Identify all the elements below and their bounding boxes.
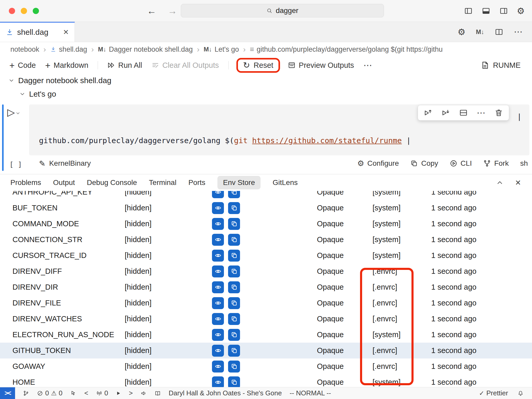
copy-secret-button[interactable]: [228, 361, 240, 373]
minimize-window-button[interactable]: [21, 8, 27, 14]
remote-indicator[interactable]: ><: [0, 387, 15, 399]
close-window-button[interactable]: [9, 8, 15, 14]
copy-secret-button[interactable]: [228, 376, 240, 387]
env-table-row[interactable]: DIRENV_DIR [hidden] Opaque [.envrc] 1 se…: [0, 279, 532, 295]
copy-secret-button[interactable]: [228, 202, 240, 214]
reset-button[interactable]: ↻ Reset: [243, 61, 274, 70]
chevron-down-icon[interactable]: [15, 111, 21, 116]
clear-all-outputs-button[interactable]: Clear All Outputs: [151, 61, 219, 70]
reveal-secret-button[interactable]: [212, 202, 224, 214]
source-control-button[interactable]: [23, 390, 29, 396]
maximize-panel-button[interactable]: [496, 179, 504, 187]
chevron-down-icon[interactable]: [8, 77, 15, 84]
tab-problems[interactable]: Problems: [10, 178, 41, 187]
copy-secret-button[interactable]: [228, 297, 240, 309]
code-url-link[interactable]: https://github.com/stateful/runme: [252, 136, 402, 145]
previous-button[interactable]: <: [84, 389, 88, 397]
toggle-left-sidebar-icon[interactable]: [464, 6, 473, 15]
kernel-binary-label[interactable]: KernelBinary: [49, 159, 91, 168]
copy-secret-button[interactable]: [228, 329, 240, 341]
notebook-title-row[interactable]: Dagger notebook shell.dag: [0, 74, 532, 87]
reveal-secret-button[interactable]: [212, 329, 224, 341]
settings-gear-icon[interactable]: ⚙: [517, 6, 525, 15]
tab-debug-console[interactable]: Debug Console: [87, 178, 137, 187]
toggle-right-sidebar-icon[interactable]: [499, 6, 508, 15]
reveal-secret-button[interactable]: [212, 376, 224, 387]
tab-ports[interactable]: Ports: [188, 178, 205, 187]
breadcrumb-file[interactable]: shell.dag: [50, 45, 87, 54]
forward-arrow-icon[interactable]: →: [168, 5, 177, 16]
env-table-row[interactable]: BUF_TOKEN [hidden] Opaque [system] 1 sec…: [0, 200, 532, 216]
env-store-table[interactable]: ANTHROPIC_API_KEY [hidden] Opaque [syste…: [0, 191, 532, 387]
tab-terminal[interactable]: Terminal: [149, 178, 176, 187]
cursor-tool-button[interactable]: [70, 390, 76, 396]
reveal-secret-button[interactable]: [212, 218, 224, 230]
tab-shell-dag[interactable]: shell.dag ✕: [0, 22, 75, 42]
copy-secret-button[interactable]: [228, 234, 240, 246]
prettier-status[interactable]: ✓ Prettier: [479, 389, 508, 397]
copy-secret-button[interactable]: [228, 281, 240, 293]
markdown-down-icon[interactable]: M↓: [476, 28, 484, 36]
copy-button[interactable]: Copy: [410, 159, 438, 168]
env-table-row[interactable]: DIRENV_WATCHES [hidden] Opaque [.envrc] …: [0, 311, 532, 327]
env-table-row[interactable]: HOME [hidden] Opaque [system] 1 second a…: [0, 374, 532, 387]
problems-summary[interactable]: 0 ⚠ 0: [37, 389, 62, 397]
add-markdown-cell-button[interactable]: + Markdown: [45, 61, 88, 70]
execute-above-button[interactable]: [424, 108, 433, 117]
reveal-secret-button[interactable]: [212, 281, 224, 293]
add-code-cell-button[interactable]: + Code: [9, 61, 36, 70]
breadcrumb-notebook[interactable]: notebook: [10, 45, 39, 54]
env-table-row[interactable]: CONNECTION_STR [hidden] Opaque [system] …: [0, 232, 532, 248]
reveal-secret-button[interactable]: [212, 250, 224, 262]
toggle-bottom-panel-icon[interactable]: [482, 6, 490, 15]
env-table-row[interactable]: CURSOR_TRACE_ID [hidden] Opaque [system]…: [0, 248, 532, 263]
env-table-row[interactable]: DIRENV_DIFF [hidden] Opaque [.envrc] 1 s…: [0, 263, 532, 279]
copy-secret-button[interactable]: [228, 250, 240, 262]
cli-button[interactable]: CLI: [450, 159, 472, 168]
reveal-secret-button[interactable]: [212, 265, 224, 277]
more-actions-icon[interactable]: ⋯: [514, 29, 523, 34]
more-toolbar-actions-icon[interactable]: ⋯: [363, 63, 372, 68]
env-table-row[interactable]: ANTHROPIC_API_KEY [hidden] Opaque [syste…: [0, 191, 532, 200]
env-table-row[interactable]: COMMAND_MODE [hidden] Opaque [system] 1 …: [0, 216, 532, 232]
breadcrumb-notebook-title[interactable]: M↓ Dagger notebook shell.dag: [98, 45, 193, 54]
execute-below-button[interactable]: [441, 108, 450, 117]
zoom-window-button[interactable]: [33, 8, 39, 14]
run-all-button[interactable]: Run All: [107, 61, 142, 70]
tab-env-store[interactable]: Env Store: [217, 176, 261, 189]
broadcast-status[interactable]: 0: [96, 389, 108, 397]
preview-outputs-button[interactable]: Preview Outputs: [288, 61, 354, 70]
cell-language-label[interactable]: sh: [520, 159, 528, 168]
split-editor-icon[interactable]: [495, 28, 503, 36]
env-table-row[interactable]: DIRENV_FILE [hidden] Opaque [.envrc] 1 s…: [0, 295, 532, 311]
reveal-secret-button[interactable]: [212, 297, 224, 309]
reveal-secret-button[interactable]: [212, 345, 224, 357]
next-button[interactable]: >: [129, 389, 133, 397]
configure-button[interactable]: ⚙ Configure: [357, 159, 399, 168]
copy-secret-button[interactable]: [228, 345, 240, 357]
split-cell-button[interactable]: [459, 108, 468, 117]
breadcrumb-cell[interactable]: ≡ github.com/purpleclay/daggerverse/gola…: [250, 45, 443, 54]
reading-list-button[interactable]: [155, 390, 161, 396]
run-cell-button[interactable]: ▷: [7, 107, 28, 118]
play-media-button[interactable]: [116, 391, 121, 396]
reveal-secret-button[interactable]: [212, 191, 224, 198]
copy-secret-button[interactable]: [228, 265, 240, 277]
chevron-down-icon[interactable]: [19, 91, 25, 97]
env-table-row[interactable]: ELECTRON_RUN_AS_NODE [hidden] Opaque [sy…: [0, 327, 532, 343]
runme-brand[interactable]: RUNME: [481, 61, 532, 70]
reveal-secret-button[interactable]: [212, 361, 224, 373]
copy-secret-button[interactable]: [228, 218, 240, 230]
copy-secret-button[interactable]: [228, 191, 240, 198]
command-center-search[interactable]: dagger: [181, 4, 384, 17]
now-playing-label[interactable]: Daryl Hall & John Oates - She's Gone: [169, 389, 282, 397]
volume-button[interactable]: [141, 390, 147, 396]
breadcrumb-section[interactable]: M↓ Let's go: [204, 45, 239, 54]
tab-gitlens[interactable]: GitLens: [272, 178, 298, 187]
more-cell-actions-button[interactable]: ⋯: [477, 110, 486, 115]
copy-secret-button[interactable]: [228, 313, 240, 325]
env-table-row[interactable]: GOAWAY [hidden] Opaque [.envrc] 1 second…: [0, 358, 532, 374]
reveal-secret-button[interactable]: [212, 313, 224, 325]
section-title-row[interactable]: Let's go: [0, 87, 532, 101]
close-panel-button[interactable]: ✕: [515, 178, 521, 187]
